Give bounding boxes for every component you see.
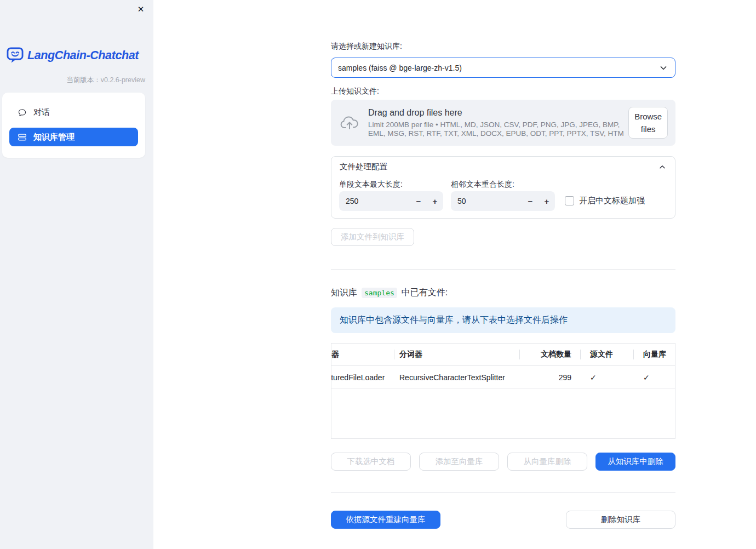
chat-bubble-icon	[18, 108, 27, 117]
cell-splitter: RecursiveCharacterTextSplitter	[394, 366, 519, 388]
stacked-cards-icon	[18, 133, 27, 142]
sidebar-item-kb-management[interactable]: 知识库管理	[9, 128, 138, 146]
chevron-up-icon	[658, 163, 667, 171]
kb-select[interactable]: samples (faiss @ bge-large-zh-v1.5)	[331, 58, 675, 78]
add-files-to-kb-button[interactable]: 添加文件到知识库	[331, 228, 414, 246]
version-info: 当前版本：v0.2.6-preview	[66, 76, 145, 85]
info-alert-text: 知识库中包含源文件与向量库，请从下表中选择文件后操作	[340, 314, 568, 326]
column-header-loader[interactable]: 文档加载器	[331, 344, 394, 365]
divider	[331, 492, 675, 493]
plus-icon[interactable]: +	[539, 197, 555, 206]
upload-label: 上传知识文件:	[331, 87, 379, 96]
cell-doc-count: 299	[519, 366, 580, 388]
delete-from-kb-button[interactable]: 从知识库中删除	[595, 453, 675, 471]
info-alert: 知识库中包含源文件与向量库，请从下表中选择文件后操作	[331, 307, 675, 333]
files-table: 文档加载器 分词器 文档数量 源文件 向量库 UnstructuredFileL…	[331, 343, 675, 439]
chevron-down-icon	[658, 63, 668, 73]
zh-title-enhance-checkbox[interactable]: 开启中文标题加强	[565, 196, 645, 206]
chunk-size-input: 250 − +	[339, 191, 443, 211]
table-row[interactable]: UnstructuredFileLoader RecursiveCharacte…	[331, 366, 675, 389]
add-to-vector-store-button[interactable]: 添加至向量库	[419, 453, 499, 471]
kb-files-heading: 知识库 samples 中已有文件:	[331, 287, 448, 299]
table-header-row: 文档加载器 分词器 文档数量 源文件 向量库	[331, 344, 675, 366]
app-logo: LangChain-Chatchat	[7, 47, 139, 64]
chunk-size-label: 单段文本最大长度:	[339, 180, 403, 190]
file-dropzone[interactable]: Drag and drop files here Limit 200MB per…	[331, 100, 675, 146]
logo-smiley-chat-icon	[7, 47, 24, 64]
minus-icon[interactable]: −	[410, 197, 427, 206]
rebuild-vector-store-button[interactable]: 依据源文件重建向量库	[331, 511, 440, 529]
column-header-doc-count[interactable]: 文档数量	[519, 344, 580, 365]
checkbox-label: 开启中文标题加强	[579, 196, 645, 206]
drop-limit-text: Limit 200MB per file • HTML, MD, JSON, C…	[368, 121, 628, 138]
kb-select-label: 请选择或新建知识库:	[331, 42, 402, 52]
sidebar-item-label: 对话	[33, 107, 50, 118]
dropzone-text: Drag and drop files here Limit 200MB per…	[368, 108, 628, 138]
chunk-size-value[interactable]: 250	[339, 197, 410, 205]
close-sidebar-icon[interactable]: ✕	[135, 4, 146, 15]
chunk-overlap-input: 50 − +	[451, 191, 555, 211]
main-content: 请选择或新建知识库: samples (faiss @ bge-large-zh…	[331, 0, 675, 549]
kb-files-suffix: 中已有文件:	[402, 287, 448, 299]
cloud-upload-icon	[340, 115, 359, 130]
file-actions-row: 下载选中文档 添加至向量库 从向量库删除 从知识库中删除	[331, 453, 675, 471]
download-selected-button[interactable]: 下载选中文档	[331, 453, 411, 471]
chunk-overlap-label: 相邻文本重合长度:	[451, 180, 514, 190]
divider	[331, 269, 675, 270]
cell-source-check: ✓	[580, 366, 633, 388]
expander-title: 文件处理配置	[340, 162, 658, 172]
minus-icon[interactable]: −	[522, 197, 539, 206]
cell-loader: UnstructuredFileLoader	[331, 366, 394, 388]
logo-text: LangChain-Chatchat	[27, 49, 139, 62]
browse-files-button[interactable]: Browse files	[628, 107, 668, 139]
kb-name-code: samples	[362, 288, 397, 298]
drop-instruction: Drag and drop files here	[368, 108, 628, 118]
column-header-source-file[interactable]: 源文件	[580, 344, 633, 365]
sidebar-item-chat[interactable]: 对话	[9, 103, 138, 122]
delete-from-vector-store-button[interactable]: 从向量库删除	[507, 453, 587, 471]
expander-header[interactable]: 文件处理配置	[331, 157, 675, 177]
column-header-vector-store[interactable]: 向量库	[633, 344, 675, 365]
kb-files-prefix: 知识库	[331, 287, 357, 299]
chunk-overlap-value[interactable]: 50	[451, 197, 522, 205]
kb-select-value: samples (faiss @ bge-large-zh-v1.5)	[338, 64, 658, 72]
cell-vector-check: ✓	[633, 366, 675, 388]
sidebar-menu: 对话 知识库管理	[2, 93, 145, 158]
plus-icon[interactable]: +	[427, 197, 443, 206]
sidebar: ✕ LangChain-Chatchat 当前版本：v0.2.6-preview…	[0, 0, 153, 549]
file-config-expander: 文件处理配置 单段文本最大长度: 相邻文本重合长度: 250 − + 50 − …	[331, 156, 675, 219]
sidebar-item-label: 知识库管理	[33, 132, 75, 142]
checkbox-box[interactable]	[565, 196, 574, 205]
delete-kb-button[interactable]: 删除知识库	[566, 511, 675, 529]
column-header-splitter[interactable]: 分词器	[394, 344, 519, 365]
